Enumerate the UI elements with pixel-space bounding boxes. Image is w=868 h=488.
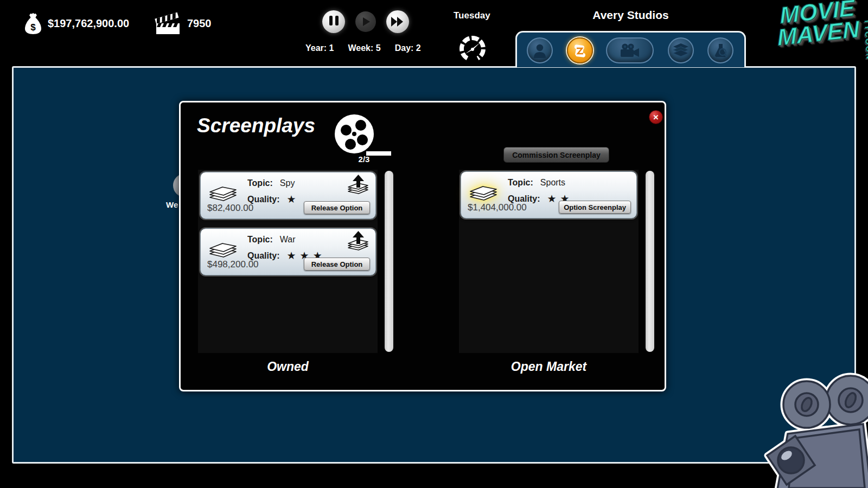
price-label: $82,400.00	[207, 203, 253, 214]
camera-art	[756, 372, 868, 488]
play-icon	[360, 16, 371, 27]
owned-screenplay-card-spy[interactable]: Topic: Spy Quality: ★ $82,400.00 Release…	[200, 172, 376, 219]
pause-button[interactable]	[322, 10, 345, 33]
background-partial-label: We	[166, 200, 178, 209]
logo-tycoon: TYCOON	[863, 18, 868, 60]
clapperboard-icon	[154, 11, 182, 36]
quality-row: Quality: ★	[247, 193, 300, 206]
game-date: Year: 1 Week: 5 Day: 2	[305, 43, 421, 53]
release-option-button[interactable]: Release Option	[304, 258, 370, 271]
market-screenplay-card-sports[interactable]: Topic: Sports Quality: ★★ $1,404,000.00 …	[461, 171, 637, 219]
topic-label: Topic:	[247, 178, 273, 188]
speed-gauge-icon[interactable]	[457, 33, 488, 63]
topic-row: Topic: Spy	[247, 178, 295, 188]
screenplay-counter: 2/3	[348, 155, 380, 164]
quality-stars: ★	[287, 193, 300, 206]
tab-research[interactable]	[707, 37, 733, 63]
dialog-title: Screenplays	[197, 114, 315, 137]
money-bag-icon: $	[24, 12, 42, 35]
person-icon	[533, 43, 547, 58]
owned-scrollbar[interactable]	[385, 171, 393, 352]
game-logo: MOVIE MAVEN TYCOON	[772, 0, 863, 49]
topic-label: Topic:	[247, 235, 273, 245]
money-display: $ $197,762,900.00	[24, 12, 129, 35]
screenplay-stack-icon	[208, 183, 238, 205]
price-label: $498,200.00	[207, 259, 259, 270]
option-screenplay-button[interactable]: Option Screenplay	[559, 201, 631, 214]
owned-section-label: Owned	[198, 359, 378, 374]
scroll-icon	[573, 43, 587, 58]
owned-screenplay-card-war[interactable]: Topic: War Quality: ★★★ $498,200.00 Rele…	[200, 228, 376, 275]
release-arrow-icon	[346, 231, 370, 253]
pause-icon	[328, 16, 340, 28]
tab-screenplays[interactable]	[567, 37, 593, 63]
market-scrollbar[interactable]	[646, 171, 654, 352]
topic-value: Sports	[540, 178, 565, 188]
tab-production[interactable]	[606, 37, 654, 63]
year-label: Year: 1	[305, 43, 334, 53]
tab-staff[interactable]	[527, 37, 553, 63]
close-button[interactable]: ✕	[649, 110, 663, 124]
movie-camera-icon	[618, 43, 641, 58]
topic-row: Topic: War	[247, 235, 296, 245]
screenplays-dialog: Screenplays 2/3 ✕ Topic: Spy Quality: ★	[179, 101, 666, 391]
topic-label: Topic:	[508, 178, 533, 188]
studio-name: Avery Studios	[515, 9, 746, 22]
weekday-label: Tuesday	[454, 10, 490, 21]
close-icon: ✕	[653, 114, 659, 121]
fast-forward-button[interactable]	[386, 10, 409, 33]
film-stock-value: 7950	[187, 17, 212, 30]
main-tab-bar	[515, 31, 746, 67]
screenplay-stack-icon-highlighted	[469, 183, 498, 204]
market-section-label: Open Market	[459, 359, 639, 374]
topic-value: Spy	[280, 178, 295, 188]
release-option-button[interactable]: Release Option	[304, 201, 370, 214]
topic-row: Topic: Sports	[508, 178, 565, 188]
release-arrow-icon	[346, 175, 370, 196]
research-icon	[713, 43, 728, 58]
play-button[interactable]	[355, 11, 376, 32]
price-label: $1,404,000.00	[468, 202, 527, 213]
tab-assets[interactable]	[668, 37, 694, 63]
week-label: Week: 5	[348, 43, 380, 53]
fast-forward-icon	[391, 17, 405, 27]
money-value: $197,762,900.00	[48, 17, 129, 30]
film-stock-display: 7950	[154, 11, 212, 36]
screenplay-stack-icon	[208, 240, 238, 261]
day-label: Day: 2	[395, 43, 421, 53]
topic-value: War	[280, 235, 296, 245]
commission-screenplay-button[interactable]: Commission Screenplay	[503, 147, 609, 163]
layers-icon	[673, 43, 688, 57]
svg-text:$: $	[30, 22, 36, 33]
